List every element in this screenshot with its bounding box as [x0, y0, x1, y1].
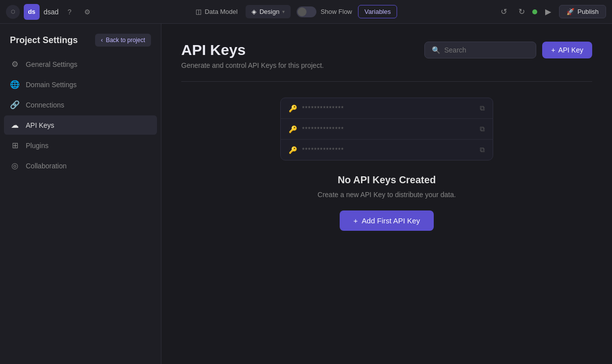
search-input[interactable] [444, 46, 529, 54]
toggle-switch[interactable] [297, 6, 316, 17]
copy-icon-1[interactable]: ⧉ [480, 104, 485, 112]
data-model-icon: ◫ [196, 8, 202, 15]
toggle-knob [298, 7, 306, 16]
content-header: API Keys Generate and control API Keys f… [181, 42, 592, 69]
chevron-down-icon: ▾ [282, 9, 285, 14]
publish-button[interactable]: 🚀 Publish [559, 5, 606, 18]
api-key-row: 🔑 ************** ⧉ [281, 119, 493, 140]
settings-icon[interactable]: ⚙ [80, 5, 94, 19]
status-dot [532, 9, 537, 14]
key-value-1: ************** [302, 104, 475, 112]
search-icon: 🔍 [432, 46, 440, 54]
project-name: dsad [44, 8, 58, 16]
page-title: API Keys [181, 42, 324, 58]
variables-button[interactable]: Variables [358, 5, 397, 18]
logo-icon: ⬡ [11, 9, 15, 14]
page-subtitle: Generate and control API Keys for this p… [181, 61, 324, 69]
header-actions: 🔍 + API Key [424, 42, 592, 58]
tab-design[interactable]: ◈ Design ▾ [246, 5, 291, 18]
sidebar: Project Settings ‹ Back to project ⚙ Gen… [0, 24, 161, 364]
copy-icon-3[interactable]: ⧉ [480, 146, 485, 154]
api-key-row: 🔑 ************** ⧉ [281, 98, 493, 119]
general-settings-icon: ⚙ [10, 59, 20, 69]
no-keys-section: No API Keys Created Create a new API Key… [181, 174, 592, 231]
sidebar-nav: ⚙ General Settings 🌐 Domain Settings 🔗 C… [0, 54, 161, 175]
api-keys-icon: ☁ [10, 120, 20, 130]
content-area: API Keys Generate and control API Keys f… [161, 24, 612, 364]
add-first-icon: + [354, 216, 358, 225]
sidebar-title: Project Settings [10, 35, 78, 46]
content-divider [181, 81, 592, 82]
show-flow-label: Show Flow [320, 8, 352, 15]
sidebar-item-plugins[interactable]: ⊞ Plugins [4, 136, 157, 155]
show-flow-toggle: Show Flow [297, 6, 352, 17]
sidebar-item-connections[interactable]: 🔗 Connections [4, 95, 157, 114]
nav-right: ↺ ↻ ▶ 🚀 Publish [497, 5, 606, 19]
top-nav: ⬡ ds dsad ? ⚙ ◫ Data Model ◈ Design ▾ Sh… [0, 0, 612, 24]
help-icon[interactable]: ? [62, 5, 76, 19]
undo-button[interactable]: ↺ [497, 5, 510, 19]
no-keys-desc: Create a new API Key to distribute your … [181, 191, 592, 199]
tab-data-model[interactable]: ◫ Data Model [190, 5, 243, 18]
nav-center: ◫ Data Model ◈ Design ▾ Show Flow Variab… [98, 5, 489, 18]
api-keys-visual: 🔑 ************** ⧉ 🔑 ************** ⧉ 🔑 … [181, 98, 592, 160]
project-icon: ds [24, 4, 40, 20]
sidebar-item-collaboration[interactable]: ◎ Collaboration [4, 156, 157, 175]
publish-rocket-icon: 🚀 [566, 8, 574, 15]
search-box[interactable]: 🔍 [424, 42, 536, 58]
play-button[interactable]: ▶ [541, 5, 555, 19]
key-icon-3: 🔑 [289, 146, 297, 154]
key-value-2: ************** [302, 125, 475, 133]
redo-button[interactable]: ↻ [514, 5, 528, 19]
api-key-row: 🔑 ************** ⧉ [281, 140, 493, 160]
key-icon-1: 🔑 [289, 104, 297, 112]
back-to-project-button[interactable]: ‹ Back to project [95, 34, 151, 47]
add-api-key-button[interactable]: + API Key [542, 42, 592, 58]
add-first-api-key-button[interactable]: + Add First API Key [340, 210, 434, 231]
content-title-area: API Keys Generate and control API Keys f… [181, 42, 324, 69]
sidebar-item-domain-settings[interactable]: 🌐 Domain Settings [4, 75, 157, 94]
plugins-icon: ⊞ [10, 141, 20, 150]
sidebar-item-general-settings[interactable]: ⚙ General Settings [4, 54, 157, 74]
main-body: Project Settings ‹ Back to project ⚙ Gen… [0, 24, 612, 364]
sidebar-header: Project Settings ‹ Back to project [0, 34, 161, 54]
add-icon: + [551, 46, 555, 54]
key-icon-2: 🔑 [289, 125, 297, 133]
sidebar-item-api-keys[interactable]: ☁ API Keys [4, 115, 157, 135]
collaboration-icon: ◎ [10, 161, 20, 170]
app-logo[interactable]: ⬡ [6, 5, 20, 19]
connections-icon: 🔗 [10, 100, 20, 109]
no-keys-title: No API Keys Created [181, 174, 592, 186]
api-keys-card: 🔑 ************** ⧉ 🔑 ************** ⧉ 🔑 … [280, 98, 493, 160]
design-icon: ◈ [252, 8, 256, 15]
domain-settings-icon: 🌐 [10, 80, 20, 89]
copy-icon-2[interactable]: ⧉ [480, 125, 485, 133]
key-value-3: ************** [302, 146, 475, 154]
back-chevron-icon: ‹ [101, 37, 103, 44]
